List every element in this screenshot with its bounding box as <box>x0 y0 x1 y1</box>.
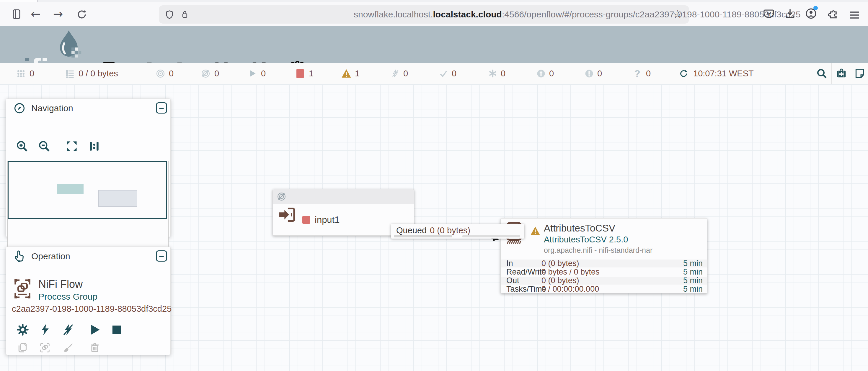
processor-invalid-warning-icon <box>530 226 540 235</box>
processor-bundle: org.apache.nifi - nifi-standard-nar <box>544 246 652 255</box>
navigation-panel: Navigation <box>6 99 170 237</box>
extensions-puzzle-icon[interactable] <box>826 7 839 20</box>
configure-gear-icon[interactable] <box>16 323 29 336</box>
zoom-actual-size-icon[interactable] <box>88 140 101 153</box>
operation-collapse-button[interactable] <box>156 250 167 262</box>
processor-type-version: AttributesToCSV 2.5.0 <box>544 235 628 244</box>
stat-value: 0 bytes / 0 bytes <box>541 268 600 276</box>
selected-flow-name: NiFi Flow <box>38 278 83 291</box>
bookmark-star-icon[interactable]: ☆ <box>673 8 683 21</box>
transmitting-count: 0 <box>169 63 174 84</box>
input-port-name: input1 <box>315 215 340 225</box>
disabled-count: 0 <box>403 63 408 84</box>
color-brush-icon[interactable] <box>62 342 74 353</box>
reload-button[interactable] <box>75 8 88 21</box>
stat-row-readwrite: Read/Write 0 bytes / 0 bytes 5 min <box>501 268 707 276</box>
navigation-collapse-button[interactable] <box>156 102 167 113</box>
stat-value: 0 (0 bytes) <box>541 260 579 268</box>
flow-status-bar: 0 0 / 0 bytes 0 0 0 1 1 0 0 0 0 0 ? 0 <box>0 63 868 85</box>
zoom-in-icon[interactable] <box>16 140 29 153</box>
stopped-icon <box>297 69 304 78</box>
stat-label: Read/Write <box>506 268 546 276</box>
hand-pointer-icon <box>13 250 25 263</box>
stat-label: Tasks/Time <box>506 285 547 293</box>
processor-stats-table: In 0 (0 bytes) 5 min Read/Write 0 bytes … <box>501 260 708 294</box>
stat-window: 5 min <box>683 277 703 284</box>
processor-component[interactable]: AttributesToCSV AttributesToCSV 2.5.0 or… <box>500 218 707 294</box>
shield-icon[interactable] <box>164 9 175 20</box>
browser-tab-strip <box>0 0 868 2</box>
url-path: :4566/openflow/#/process-groups/c2aa2397… <box>502 9 801 19</box>
zoom-fit-icon[interactable] <box>65 140 78 153</box>
sidebar-toggle-icon[interactable] <box>10 8 23 21</box>
minimap[interactable] <box>7 161 168 250</box>
connection-queued-label[interactable]: Queued 0 (0 bytes) <box>391 224 524 239</box>
transmitting-icon <box>156 69 165 78</box>
sync-failure-icon: ? <box>634 63 640 84</box>
statusbar-divider <box>831 63 832 84</box>
invalid-count: 1 <box>355 63 360 84</box>
search-icon[interactable] <box>816 68 828 79</box>
download-icon[interactable] <box>783 7 797 20</box>
pocket-icon[interactable] <box>762 7 775 20</box>
flow-canvas[interactable]: input1 AttributesToCSV AttributesToCSV 2… <box>0 85 868 371</box>
input-port-banner <box>273 189 414 204</box>
locally-modified-and-stale-count: 0 <box>597 63 602 84</box>
minimap-processor <box>98 190 137 207</box>
active-threads-count: 0 <box>30 63 34 84</box>
minimap-viewport[interactable] <box>8 161 167 219</box>
navigation-panel-title: Navigation <box>31 103 73 113</box>
stopped-count: 1 <box>309 63 314 84</box>
url-bar[interactable]: snowflake.localhost.localstack.cloud:456… <box>159 5 689 24</box>
delete-trash-icon[interactable] <box>89 342 101 353</box>
not-transmitting-icon <box>201 69 210 78</box>
group-selection-icon[interactable] <box>39 342 51 353</box>
locally-modified-and-stale-icon <box>585 69 594 78</box>
account-icon[interactable] <box>805 7 817 20</box>
stat-label: Out <box>506 277 519 284</box>
stop-icon[interactable] <box>111 324 123 336</box>
refresh-icon[interactable] <box>679 69 688 78</box>
operation-panel: Operation NiFi Flow Process Group c2aa23… <box>6 246 170 355</box>
lock-icon <box>180 9 190 20</box>
start-play-icon[interactable] <box>88 323 101 336</box>
account-notification-dot <box>813 6 818 10</box>
bulletin-note-icon[interactable] <box>854 68 866 79</box>
disable-lightning-slash-icon[interactable] <box>62 323 75 336</box>
queue-count-bar <box>394 235 452 237</box>
input-port-icon <box>279 207 296 222</box>
active-threads-icon <box>17 69 25 78</box>
url-text[interactable]: snowflake.localhost.localstack.cloud:456… <box>354 5 801 24</box>
locally-modified-icon <box>488 69 497 78</box>
stale-count: 0 <box>549 63 554 84</box>
minimap-input-port <box>57 184 84 194</box>
selected-flow-type: Process Group <box>38 292 97 302</box>
nifi-drop-logo-icon <box>56 29 82 60</box>
zoom-out-icon[interactable] <box>38 140 51 153</box>
first-aid-kit-icon[interactable] <box>836 68 847 79</box>
forward-button[interactable]: → <box>53 7 63 21</box>
up-to-date-count: 0 <box>452 63 457 84</box>
locally-modified-count: 0 <box>501 63 505 84</box>
stat-row-tasks: Tasks/Time 0 / 00:00:00.000 5 min <box>501 285 707 293</box>
running-icon <box>248 69 257 78</box>
stat-value: 0 / 00:00:00.000 <box>541 285 599 293</box>
stat-value: 0 (0 bytes) <box>541 277 579 284</box>
browser-menu-icon[interactable] <box>848 10 860 20</box>
operation-panel-title: Operation <box>31 251 70 261</box>
browser-toolbar: ← → snowflake.localhost.localstack.cloud… <box>0 2 868 26</box>
queue-size-bar <box>462 235 520 237</box>
processor-name: AttributesToCSV <box>544 223 615 234</box>
up-to-date-icon <box>439 69 448 78</box>
process-group-icon <box>13 277 32 301</box>
active-tab-sliver[interactable] <box>0 0 38 2</box>
last-refresh-time: 10:07:31 WEST <box>693 63 754 84</box>
copy-icon[interactable] <box>17 342 28 353</box>
disabled-icon <box>391 69 400 78</box>
back-button[interactable]: ← <box>31 7 41 21</box>
nifi-header: nifi <box>0 26 868 63</box>
stat-window: 5 min <box>683 285 703 293</box>
queued-count: 0 / 0 bytes <box>79 63 118 84</box>
url-domain: localstack.cloud <box>433 9 502 19</box>
enable-lightning-icon[interactable] <box>39 323 52 336</box>
